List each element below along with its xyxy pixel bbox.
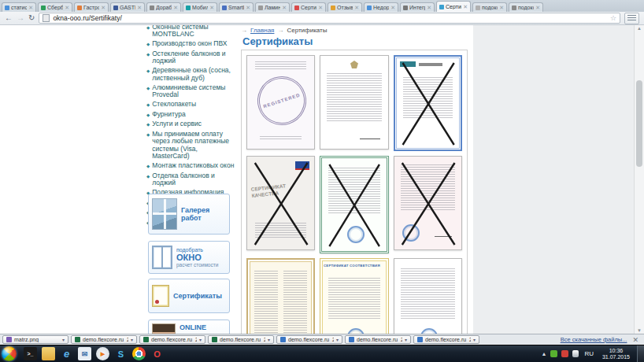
browser-tab[interactable]: Сбербанк✕ <box>38 2 72 12</box>
certificate-thumbnail[interactable] <box>320 55 388 150</box>
browser-menu-icon[interactable] <box>624 13 639 24</box>
certificates-widget-label: Сертификаты <box>173 292 222 300</box>
calculator-line3: расчет стоимости <box>176 262 218 268</box>
online-widget-label: ONLINE <box>180 323 206 331</box>
browser-tab[interactable]: подоконник✕ <box>509 2 543 12</box>
certificate-thumbnail[interactable]: СЕРТИФИКАТ КАЧЕСТВА <box>246 156 315 250</box>
taskbar-internet-explorer-icon[interactable] <box>60 347 73 360</box>
sidebar-item[interactable]: ◆Производство окон ПВХ <box>146 40 235 48</box>
sidebar-item[interactable]: ◆Услуги и сервис <box>146 120 235 128</box>
certificate-thumbnail[interactable]: REGISTERED <box>246 55 315 150</box>
browser-tab-active[interactable]: Сертификаты✕ <box>436 1 471 12</box>
download-item[interactable]: demo.flexcore.ru_2...html▾ <box>276 335 342 344</box>
bookmark-star-icon[interactable]: ☆ <box>610 14 616 22</box>
browser-tab[interactable]: Доработки✕ <box>146 2 181 12</box>
sidebar-item[interactable]: ◆Деревянные окна (сосна, лиственный дуб) <box>146 67 235 82</box>
sidebar-item[interactable]: ◆Мы принимаем оплату через любые платежн… <box>146 131 235 161</box>
taskbar-media-player-icon[interactable] <box>96 347 109 360</box>
taskbar-mail-icon[interactable] <box>78 347 91 360</box>
show-all-downloads-link[interactable]: Все скачанные файлы... <box>561 336 627 343</box>
taskbar-skype-icon[interactable] <box>114 347 128 360</box>
tray-icon[interactable] <box>561 350 568 357</box>
certificate-thumbnail[interactable] <box>394 55 462 151</box>
back-icon[interactable]: ← <box>5 14 13 22</box>
window-calculator-widget[interactable]: подобрать ОКНО расчет стоимости <box>148 241 230 274</box>
show-desktop-button[interactable] <box>637 345 644 362</box>
browser-tab[interactable]: статистика✕ <box>2 2 36 12</box>
tab-close-icon[interactable]: ✕ <box>209 5 214 10</box>
browser-tab[interactable]: Гастроном✕ <box>74 2 109 12</box>
tab-close-icon[interactable]: ✕ <box>101 5 105 10</box>
browser-tab[interactable]: GASTRONOM✕ <box>110 2 145 12</box>
browser-tab[interactable]: Сертификат✕ <box>291 2 326 12</box>
tab-close-icon[interactable]: ✕ <box>499 5 504 10</box>
browser-tab[interactable]: Мобильные✕ <box>183 2 217 12</box>
online-consultant-widget[interactable]: ONLINE <box>148 320 230 334</box>
gallery-widget-label: Галерея работ <box>181 206 226 222</box>
tab-close-icon[interactable]: ✕ <box>28 5 33 10</box>
tray-expand-icon[interactable]: ▲ <box>541 351 546 356</box>
tab-close-icon[interactable]: ✕ <box>535 5 540 10</box>
sidebar-item[interactable]: ◆Алюминиевые системы Provedal <box>146 84 235 99</box>
download-item[interactable]: demo.flexcore.ru_29...csv▾ <box>208 335 274 344</box>
tab-close-icon[interactable]: ✕ <box>246 5 250 10</box>
gallery-widget[interactable]: Галерея работ <box>148 194 230 235</box>
download-item[interactable]: demo.flexcore.ru_2...html▾ <box>345 335 411 344</box>
html-file-icon <box>280 337 286 342</box>
certificate-icon <box>152 285 169 307</box>
tab-favicon <box>403 6 408 10</box>
taskbar-chrome-icon[interactable] <box>132 347 146 360</box>
sidebar-item[interactable]: ◆Монтаж пластиковых окон <box>146 162 235 170</box>
start-button[interactable] <box>2 346 17 361</box>
breadcrumb-home-link[interactable]: Главная <box>250 27 274 34</box>
certificate-thumbnail[interactable] <box>394 258 462 334</box>
forward-icon[interactable]: → <box>17 14 24 22</box>
browser-tab[interactable]: подоконник✕ <box>472 2 507 12</box>
sidebar-item[interactable]: ◆Стеклопакеты <box>146 101 235 109</box>
taskbar-opera-icon[interactable] <box>150 347 164 360</box>
tab-close-icon[interactable]: ✕ <box>318 5 323 10</box>
tab-close-icon[interactable]: ✕ <box>463 4 468 9</box>
reload-icon[interactable]: ↻ <box>28 14 35 22</box>
clock-time: 10:36 <box>602 348 630 354</box>
tab-close-icon[interactable]: ✕ <box>282 5 287 10</box>
tab-close-icon[interactable]: ✕ <box>65 5 69 10</box>
browser-tab[interactable]: Интеграция✕ <box>400 2 435 12</box>
sidebar-item-label: Отделка балконов и лоджий <box>152 172 235 187</box>
certificate-thumbnail[interactable] <box>246 258 315 334</box>
download-bar-close-icon[interactable]: ✕ <box>629 336 642 344</box>
tab-close-icon[interactable]: ✕ <box>173 5 178 10</box>
tab-close-icon[interactable]: ✕ <box>137 5 142 10</box>
download-item[interactable]: demo.flexcore.ru_2...html▾ <box>413 335 479 344</box>
sidebar-item[interactable]: ◆Фурнитура <box>146 111 235 119</box>
download-item[interactable]: demo.flexcore.ru_29...csv▾ <box>71 335 137 344</box>
tab-close-icon[interactable]: ✕ <box>427 5 431 10</box>
tab-close-icon[interactable]: ✕ <box>354 5 359 10</box>
taskbar-clock[interactable]: 10:36 31.07.2015 <box>599 348 633 360</box>
tab-close-icon[interactable]: ✕ <box>390 5 395 10</box>
browser-tab[interactable]: Ламинирован✕ <box>255 2 290 12</box>
download-item[interactable]: matrz.png▾ <box>2 335 68 344</box>
browser-tab[interactable]: SmartBizExp✕ <box>219 2 254 12</box>
address-bar[interactable]: okna-ooo.ru/Sertifikaty/ ☆ <box>39 13 620 24</box>
sidebar-item[interactable]: ◆Оконные системы MONTBLANC <box>146 25 235 39</box>
browser-tab[interactable]: Отзывы✕ <box>328 2 362 12</box>
taskbar-folder-icon[interactable] <box>42 347 55 360</box>
sidebar-item[interactable]: ◆Остекление балконов и лоджий <box>146 50 235 65</box>
certificates-widget[interactable]: Сертификаты <box>148 279 230 313</box>
language-indicator[interactable]: RU <box>583 350 595 357</box>
tray-icon[interactable] <box>550 350 557 357</box>
certificate-thumbnail[interactable] <box>320 156 388 253</box>
certificate-thumbnail[interactable] <box>394 156 462 250</box>
scroll-up-icon[interactable]: ▲ <box>635 26 644 31</box>
certificate-thumbnail[interactable]: СЕРТИФИКАТ СООТВЕТСТВИЯ <box>320 258 388 334</box>
browser-tab[interactable]: Недорогие✕ <box>364 2 398 12</box>
sidebar-item[interactable]: ◆Отделка балконов и лоджий <box>146 172 235 187</box>
download-item[interactable]: demo.flexcore.ru_29...csv▾ <box>139 335 205 344</box>
taskbar-app-icon[interactable] <box>24 347 37 360</box>
cross-mark <box>247 157 314 249</box>
vertical-scrollbar[interactable]: ▲ ▼ <box>634 25 644 334</box>
scrollbar-thumb[interactable] <box>636 80 642 167</box>
scroll-down-icon[interactable]: ▼ <box>635 328 644 333</box>
tray-icon[interactable] <box>572 350 579 357</box>
